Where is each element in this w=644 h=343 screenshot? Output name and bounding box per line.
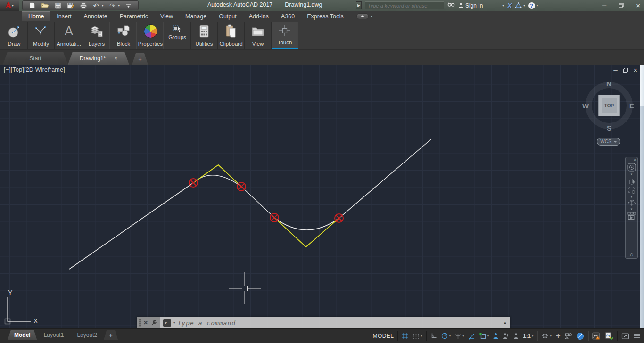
command-history-expand-icon[interactable]: ▲ [503,320,507,325]
polar-dropdown-icon[interactable]: ▾ [449,334,451,338]
navbar-collapse-icon[interactable]: ⊖ [630,253,634,257]
command-line[interactable]: ✕ >_ ▾ Type a command ▲ [137,317,510,328]
navbar-caret-icon[interactable]: ▼ [630,208,633,211]
ribbon-panel-modify[interactable]: Modify [28,22,55,49]
undo-dropdown-icon[interactable]: ▾ [102,4,104,8]
annotation-monitor-button[interactable] [590,330,603,342]
wcs-dropdown[interactable]: WCS [597,138,620,146]
viewcube-south[interactable]: S [607,124,611,132]
ortho-mode-toggle[interactable] [429,330,439,342]
annotation-autoscale-toggle[interactable] [501,330,511,342]
ribbon-panel-utilities[interactable]: Utilities [191,22,218,49]
scale-dropdown-icon[interactable]: ▾ [532,334,534,338]
navbar-caret-icon[interactable]: ▼ [630,196,633,198]
new-file-icon[interactable] [28,2,36,9]
scrollbar-thumb[interactable] [640,65,644,106]
ribbon-collapse-button[interactable] [356,13,369,19]
navbar-caret-icon[interactable]: ▼ [630,173,633,176]
navigation-bar[interactable]: ✕ ▼ ▼ ▼ ⊖ [625,157,638,259]
zoom-extents-icon[interactable] [628,187,636,194]
close-tab-icon[interactable]: × [114,55,117,62]
new-drawing-tab-button[interactable]: + [132,53,148,65]
tab-output[interactable]: Output [213,11,243,21]
tab-view[interactable]: View [154,11,179,21]
grid-display-toggle[interactable] [400,330,411,342]
help-dropdown-icon[interactable]: ▾ [537,4,538,8]
save-icon[interactable] [54,2,62,9]
ribbon-panel-block[interactable]: Block [110,22,137,49]
annotation-scale-button[interactable]: 1:1 ▾ [521,330,535,342]
tab-express-tools[interactable]: Express Tools [301,11,350,21]
snap-dropdown-icon[interactable]: ▾ [421,334,422,338]
ribbon-panel-view[interactable]: View [245,22,272,49]
exchange-apps-icon[interactable]: X [507,2,512,9]
command-prompt-icon[interactable]: >_ [163,319,171,327]
customize-wrench-icon[interactable] [150,320,157,326]
restore-button[interactable] [619,3,624,8]
open-folder-icon[interactable] [41,2,49,9]
file-tab-start[interactable]: Start [3,52,68,65]
pan-hand-icon[interactable] [628,177,636,185]
osnap-dropdown-icon[interactable]: ▾ [487,334,489,338]
customization-menu-button[interactable] [631,330,642,342]
isolate-objects-button[interactable]: + [556,332,560,340]
minimize-button[interactable]: ─ [602,2,606,8]
isometric-drafting-toggle[interactable]: ▾ [453,330,466,342]
object-snap-toggle[interactable]: ▾ [477,330,491,342]
redo-dropdown-icon[interactable]: ▾ [118,4,120,8]
workspace-switching-button[interactable]: ▾ [539,330,553,342]
search-history-icon[interactable]: ▶ [356,1,362,9]
xref-notification-button[interactable] [603,330,615,342]
layout-tab-model[interactable]: Model [8,330,37,340]
viewcube-top-face[interactable]: TOP [598,95,620,116]
snap-mode-toggle[interactable]: ▾ [411,330,424,342]
tab-insert[interactable]: Insert [50,11,77,21]
ribbon-panel-layers[interactable]: Layers [83,22,110,49]
ribbon-collapse-dropdown-icon[interactable]: ▾ [371,15,372,18]
annotation-scale-sync-toggle[interactable] [511,330,521,342]
isodraft-dropdown-icon[interactable]: ▾ [462,334,464,338]
ribbon-panel-touch[interactable]: Touch [272,22,298,49]
steering-wheel-icon[interactable] [627,163,636,172]
ribbon-panel-properties[interactable]: Properties [137,22,164,49]
viewcube-east[interactable]: E [629,102,634,110]
plot-printer-icon[interactable] [79,2,87,9]
polar-tracking-toggle[interactable]: ▾ [439,330,453,342]
vertical-scrollbar[interactable] [640,65,644,328]
tab-addins[interactable]: Add-ins [243,11,275,21]
graphics-performance-toggle[interactable] [574,330,586,342]
annotation-visibility-toggle[interactable] [491,330,501,342]
file-tab-drawing1[interactable]: Drawing1* × [68,52,129,65]
search-input[interactable] [365,1,444,9]
tab-manage[interactable]: Manage [179,11,213,21]
share-dropdown-icon[interactable]: ▾ [523,4,525,8]
help-button[interactable]: ? ▾ [528,2,538,9]
viewcube-west[interactable]: W [582,102,589,110]
search-icon[interactable] [447,2,455,8]
navbar-close-icon[interactable]: ✕ [633,158,636,162]
ribbon-panel-groups[interactable]: Groups [164,22,191,49]
sign-in-dropdown-icon[interactable]: ▾ [502,4,504,8]
quick-properties-toggle[interactable] [563,330,574,342]
drag-handle-icon[interactable] [139,319,141,327]
close-button[interactable]: × [636,2,640,9]
a360-share-icon[interactable]: ▾ [515,2,525,8]
workspace-dropdown-icon[interactable]: ▾ [550,334,552,338]
qat-customize-icon[interactable] [124,2,132,9]
model-space-badge[interactable]: MODEL [373,333,394,339]
viewcube-north[interactable]: N [606,80,611,88]
redo-icon[interactable]: ↷ [108,2,116,9]
showmotion-icon[interactable] [627,212,636,220]
command-recent-dropdown-icon[interactable]: ▾ [173,321,175,325]
undo-icon[interactable]: ↶ [92,2,100,9]
ribbon-panel-draw[interactable]: Draw [1,22,28,49]
clean-screen-button[interactable] [619,330,631,342]
new-layout-button[interactable]: + [104,330,118,340]
ribbon-panel-clipboard[interactable]: Clipboard [218,22,245,49]
command-input[interactable]: >_ ▾ Type a command ▲ [160,317,510,328]
save-as-icon[interactable] [66,2,74,9]
tab-annotate[interactable]: Annotate [78,11,114,21]
app-logo-button[interactable]: A ▾ [0,0,19,11]
drawing-canvas[interactable]: [−] [Top] [2D Wireframe] ─ × Y X [0,65,644,328]
ribbon-panel-annotation[interactable]: A Annotati... [55,22,83,49]
